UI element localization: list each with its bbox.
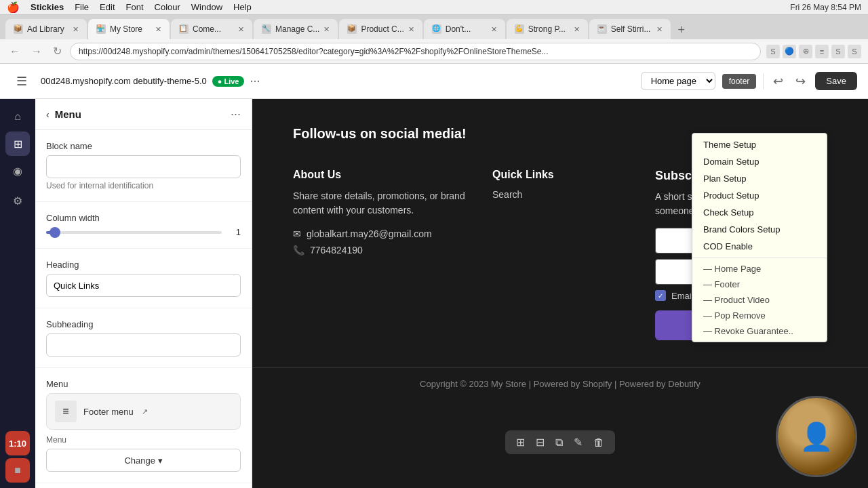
dropdown-section-revoke[interactable]: — Revoke Guarantee.. [692,323,827,339]
tab-close-self[interactable]: ✕ [656,25,663,34]
toolbar-icon-2[interactable]: ⊟ [536,436,545,449]
bookmark-5[interactable]: S [831,45,845,58]
tab-label-store: My Store [110,24,142,34]
email-text: globalkart.may26@gmail.com [307,228,432,239]
remove-block-button[interactable]: 🗑 Remove block [35,483,124,488]
tab-label-come: Come... [193,24,221,34]
menu-colour[interactable]: Colour [155,2,180,12]
menu-help[interactable]: Help [233,2,252,12]
menu-block[interactable]: ≡ Footer menu ↗ [46,393,241,430]
block-name-input[interactable] [46,155,241,178]
tab-label-self: Self Stirri... [611,24,651,34]
live-badge: ● Live [212,76,245,87]
dropdown-section-product-video[interactable]: — Product Video [692,292,827,308]
mac-menubar: 🍎 Stickies File Edit Font Colour Window … [0,0,868,15]
dropdown-item-brand-colors[interactable]: Brand Colors Setup [692,221,827,238]
dropdown-item-domain-setup[interactable]: Domain Setup [692,153,827,170]
canvas-toolbar: ⊞ ⊟ ⧉ ✎ 🗑 [505,430,615,454]
sidebar-bottom: 1:10 ■ [5,431,30,483]
refresh-button[interactable]: ↻ [50,43,64,59]
tab-come[interactable]: 📋 Come... ✕ [171,19,252,39]
bookmark-3[interactable]: ⊕ [799,45,812,58]
main-content: ⌂ ⊞ ◉ ⚙ 1:10 ■ ‹ Menu ··· Block name Use… [0,99,868,488]
url-text: https://00d248.myshopify.com/admin/theme… [79,47,549,56]
tab-close-product[interactable]: ✕ [408,25,414,34]
about-us-title: About Us [293,169,465,181]
tab-close-store[interactable]: ✕ [155,25,161,34]
bookmark-4[interactable]: ≡ [815,45,829,58]
toolbar-icon-4[interactable]: ✎ [574,436,583,449]
email-checkbox[interactable]: ✓ [655,290,666,301]
tab-product[interactable]: 📦 Product C... ✕ [339,19,422,39]
topbar-more-btn[interactable]: ··· [250,74,260,88]
sidebar-notification[interactable]: 1:10 [5,431,30,455]
subheading-input[interactable] [46,333,241,357]
tab-self[interactable]: ☕ Self Stirri... ✕ [589,19,671,39]
sidebar-red[interactable]: ■ [5,458,30,483]
contact-phone: 📞 7764824190 [293,245,465,256]
column-width-label: Column width [46,213,241,223]
menu-file[interactable]: File [75,2,89,12]
dropdown-section-home[interactable]: — Home Page [692,261,827,277]
dropdown-overlay: Theme Setup Domain Setup Plan Setup Prod… [692,133,827,342]
toolbar-icon-3[interactable]: ⧉ [555,436,563,449]
address-bar: ← → ↻ https://00d248.myshopify.com/admin… [0,39,868,64]
sidebar-store[interactable]: ⊞ [5,131,30,156]
menu-edit[interactable]: Edit [100,2,115,12]
slider-track[interactable] [46,231,222,234]
toolbar-icon-5[interactable]: 🗑 [593,436,604,449]
dropdown-section-footer[interactable]: — Footer [692,277,827,292]
toolbar-icon-1[interactable]: ⊞ [516,436,525,449]
bookmark-1[interactable]: S [766,45,780,58]
tab-favicon-store: 🏪 [96,24,106,34]
tab-ad-library[interactable]: 📦 Ad Library ✕ [5,19,87,39]
slider-thumb[interactable] [50,227,60,238]
quick-link-search[interactable]: Search [492,189,628,200]
save-button[interactable]: Save [815,72,857,90]
menu-window[interactable]: Window [191,2,222,12]
tab-close-ad[interactable]: ✕ [73,25,79,34]
dropdown-item-theme-setup[interactable]: Theme Setup [692,136,827,153]
tab-manage[interactable]: 🔧 Manage C... ✕ [254,19,338,39]
mac-right-status: Fri 26 May 8:54 PM [790,3,861,12]
footer-col-links: Quick Links Search [492,169,628,340]
tab-close-come[interactable]: ✕ [238,25,244,34]
dropdown-section-pop-remove[interactable]: — Pop Remove [692,308,827,323]
tab-close-strong[interactable]: ✕ [574,25,580,34]
app-name[interactable]: Stickies [31,2,64,12]
sidebar-home[interactable]: ⌂ [5,104,30,129]
menu-block-ext[interactable]: ↗ [142,407,148,416]
page-selector[interactable]: Home page [641,72,715,90]
panel-more-button[interactable]: ··· [231,107,241,121]
about-us-text: Share store details, promotions, or bran… [293,189,465,218]
forward-button[interactable]: → [28,44,45,59]
tab-dont[interactable]: 🌐 Don't... ✕ [424,19,505,39]
store-url: 00d248.myshopify.com debutify-theme-5.0 [41,76,207,86]
bookmark-6[interactable]: S [848,45,861,58]
dropdown-item-cod[interactable]: COD Enable [692,238,827,255]
redo-button[interactable]: ↪ [793,71,808,92]
webcam-inner: 👤 [778,398,855,475]
sidebar-toggle[interactable]: ☰ [11,70,33,92]
dropdown-item-product-setup[interactable]: Product Setup [692,187,827,204]
tab-my-store[interactable]: 🏪 My Store ✕ [88,19,170,39]
sidebar-grid[interactable]: ⚙ [5,188,30,213]
new-tab-button[interactable]: + [672,20,691,39]
back-button[interactable]: ← [7,44,23,59]
menu-font[interactable]: Font [126,2,144,12]
change-button[interactable]: Change ▾ [46,449,241,472]
sidebar-circle[interactable]: ◉ [5,159,30,183]
tab-close-dont[interactable]: ✕ [491,25,497,34]
url-input[interactable]: https://00d248.myshopify.com/admin/theme… [70,43,761,60]
dropdown-item-check-setup[interactable]: Check Setup [692,204,827,221]
panel-back-button[interactable]: ‹ [46,109,50,120]
panel-title: Menu [55,108,81,120]
bookmark-2[interactable]: 🔵 [783,45,796,58]
tab-close-manage[interactable]: ✕ [323,25,330,34]
dropdown-item-plan-setup[interactable]: Plan Setup [692,170,827,187]
shopify-topbar: ☰ 00d248.myshopify.com debutify-theme-5.… [0,64,868,99]
undo-button[interactable]: ↩ [770,71,786,92]
tab-strong[interactable]: 💪 Strong P... ✕ [507,19,588,39]
heading-input[interactable] [46,274,241,297]
heading-section: Heading [35,249,252,308]
